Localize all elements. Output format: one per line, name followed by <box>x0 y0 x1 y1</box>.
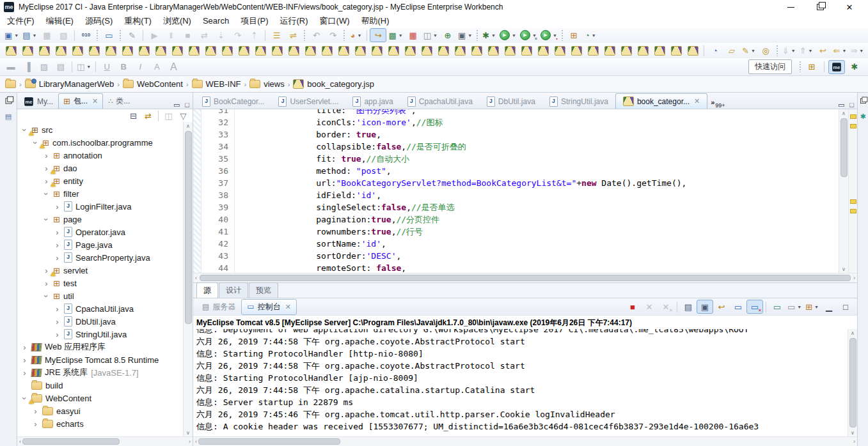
tree-expander[interactable]: › <box>54 202 61 211</box>
scroll-down-arrow[interactable]: ∨ <box>186 429 190 436</box>
breadcrumb-item-WEB-INF[interactable]: WEB-INF <box>192 79 241 89</box>
tree-item-easyui[interactable]: ›easyui <box>17 404 183 417</box>
editor-tab-UserServlet----[interactable]: JUserServlet.... <box>271 94 345 109</box>
jsp-page-icon[interactable] <box>568 43 585 58</box>
tree-expander[interactable]: › <box>54 317 61 327</box>
jsp-page-icon[interactable] <box>285 43 302 58</box>
code-editor[interactable]: title: '图书分类列表', iconCls:'icon-more',//图… <box>235 109 839 273</box>
tree-expander[interactable]: › <box>43 151 50 160</box>
tree-item-build[interactable]: build <box>17 379 183 392</box>
scroll-thumb[interactable] <box>840 118 848 177</box>
editor-tab-StringUtil-java[interactable]: JStringUtil.java <box>542 94 615 109</box>
redo-icon[interactable]: ↷ <box>324 28 341 42</box>
tree-item-com-ischoolbar-programme[interactable]: ›⊞com.ischoolbar.programme <box>17 136 183 149</box>
view-tab-类[interactable]: ∴类... <box>103 93 135 109</box>
jsp-page-icon[interactable] <box>518 43 535 58</box>
close-tab-icon[interactable]: ✕ <box>285 303 291 311</box>
scroll-up-arrow[interactable]: ∧ <box>186 122 190 130</box>
tree-item-StringUtil-java[interactable]: ›JStringUtil.java <box>17 328 183 341</box>
terminate-icon[interactable]: ■ <box>624 300 641 314</box>
tree-expander[interactable]: › <box>43 279 50 288</box>
display-console-icon[interactable]: ▭▼ <box>785 300 803 314</box>
scroll-up-arrow[interactable]: ∧ <box>842 109 846 117</box>
minimize-editor-icon[interactable]: ▭ <box>838 102 844 109</box>
new-jsp-icon[interactable]: ◫▼ <box>422 28 439 42</box>
restore-view-icon[interactable] <box>860 98 866 104</box>
jsp-page-icon[interactable] <box>36 43 52 58</box>
annotation-mark[interactable] <box>850 124 856 128</box>
scroll-left-arrow[interactable]: ‹ <box>195 275 197 281</box>
tree-item-LoginFilter-java[interactable]: ›JLoginFilter.java <box>17 200 183 213</box>
tree-item-DbUtil-java[interactable]: ›JDbUtil.java <box>17 315 183 328</box>
scroll-right-arrow[interactable]: › <box>853 438 855 445</box>
jsp-page-icon[interactable] <box>468 43 485 58</box>
jsp-page-icon[interactable] <box>202 43 219 58</box>
mark-occurrences-icon[interactable]: ✎▼ <box>740 43 757 58</box>
jsp-page-icon[interactable] <box>152 43 169 58</box>
tree-expander[interactable]: › <box>54 304 61 314</box>
scroll-up-arrow[interactable]: ∧ <box>851 329 855 337</box>
tree-item-Web-应用程序库[interactable]: ›Web 应用程序库 <box>17 341 183 353</box>
tree-expander[interactable]: › <box>54 240 61 250</box>
annotation-mark[interactable] <box>850 209 856 213</box>
scroll-right-arrow[interactable]: › <box>853 275 855 281</box>
scroll-thumb[interactable] <box>198 438 340 445</box>
tree-expander[interactable]: › <box>54 330 61 339</box>
menu-item[interactable]: 帮助(H) <box>355 14 395 28</box>
show-stdout-icon[interactable]: ▭ <box>730 300 746 314</box>
menu-item[interactable]: 重构(T) <box>118 14 157 28</box>
editor-tab-BookCategor---[interactable]: JBookCategor... <box>195 94 271 109</box>
console-tab-服务器[interactable]: ▤服务器 <box>196 299 241 315</box>
new-web-project-icon[interactable]: ◔▼ <box>582 28 599 42</box>
clear-console-icon[interactable]: ▤ <box>680 300 697 314</box>
no-edit-icon[interactable]: ✎ <box>123 28 140 42</box>
tree-item-dao[interactable]: ›⊞dao <box>17 162 183 174</box>
tree-expander[interactable]: › <box>31 139 40 146</box>
restore-view-icon[interactable] <box>5 98 12 104</box>
view-menu-icon[interactable]: ▽ <box>176 110 191 122</box>
window-close-button[interactable]: ✕ <box>835 1 864 13</box>
deploy-icon[interactable]: ↪ <box>370 28 386 42</box>
tree-expander[interactable]: › <box>43 164 50 173</box>
myeclipse-perspective-icon[interactable]: me <box>828 60 845 74</box>
binary-file-icon[interactable]: 010 <box>77 28 94 42</box>
tomcat-server-icon[interactable]: ◕▼ <box>347 28 364 42</box>
tree-expander[interactable]: › <box>43 266 50 275</box>
jsp-page-icon[interactable] <box>136 43 152 58</box>
scroll-thumb[interactable] <box>185 131 192 324</box>
breadcrumb-item-WebContent[interactable]: WebContent <box>123 79 183 89</box>
tree-expander[interactable]: › <box>54 227 61 237</box>
scroll-left-arrow[interactable]: ‹ <box>19 438 21 445</box>
menu-item[interactable]: 编辑(E) <box>40 14 79 28</box>
jsp-page-icon[interactable] <box>501 43 518 58</box>
menu-item[interactable]: Search <box>197 15 235 27</box>
menu-item[interactable]: 浏览(N) <box>157 14 197 28</box>
open-perspective-icon[interactable]: ⊞ <box>803 60 820 74</box>
minimize-panel-icon[interactable]: ▁ <box>821 300 837 314</box>
tree-item-entity[interactable]: ›⊞entity <box>17 174 183 187</box>
tree-item-SearchProperty-java[interactable]: ›JSearchProperty.java <box>17 251 183 264</box>
annotation-mark[interactable] <box>850 114 856 119</box>
open-resource-icon[interactable]: ▱ <box>723 43 740 58</box>
editor-tab-app-java[interactable]: Japp.java <box>345 94 400 109</box>
jsp-page-icon[interactable] <box>169 43 185 58</box>
jsp-page-icon[interactable] <box>269 43 285 58</box>
link-with-editor-icon[interactable]: ⇄ <box>141 110 155 122</box>
menu-item[interactable]: 窗口(W) <box>314 14 356 28</box>
tree-item-filter[interactable]: ›⊞filter <box>17 187 183 200</box>
jsp-page-icon[interactable] <box>119 43 136 58</box>
tree-item-annotation[interactable]: ›⊞annotation <box>17 149 183 162</box>
mode-tab-1[interactable]: 设计 <box>219 282 248 298</box>
remote-console-icon[interactable]: ▭ <box>100 28 117 42</box>
close-tab-icon[interactable]: ✕ <box>694 97 700 105</box>
menu-item[interactable]: 运行(R) <box>274 14 314 28</box>
jsp-page-icon[interactable] <box>185 43 202 58</box>
tree-item-util[interactable]: ›⊞util <box>17 289 183 302</box>
modules-grid-icon[interactable]: ▩▼ <box>386 28 404 42</box>
jsp-page-icon[interactable] <box>651 43 668 58</box>
jsp-page-icon[interactable] <box>219 43 235 58</box>
tree-item-WebContent[interactable]: ›WebContent <box>17 392 183 404</box>
breadcrumb-item-views[interactable]: views <box>249 79 285 89</box>
web-browser-icon[interactable]: ⊕ <box>439 28 456 42</box>
jsp-page-icon[interactable] <box>86 43 102 58</box>
